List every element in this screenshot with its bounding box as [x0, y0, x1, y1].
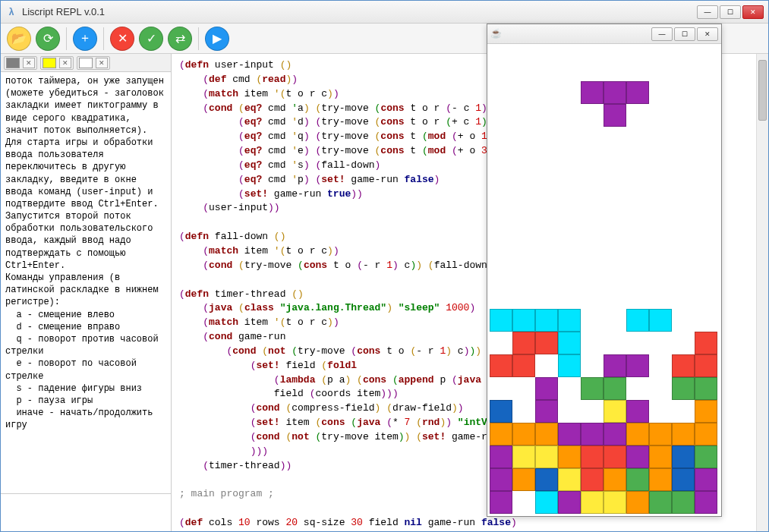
window-title: Liscript REPL v.0.1	[22, 6, 697, 17]
left-tab[interactable]	[77, 56, 110, 70]
tetris-cell	[604, 377, 626, 400]
refresh-button[interactable]: ⟳	[36, 27, 60, 51]
stop-button[interactable]: ✕	[110, 27, 134, 51]
tetris-cell	[535, 400, 558, 423]
tetris-cell	[558, 423, 581, 445]
tetris-cell	[672, 445, 695, 468]
tetris-cell	[535, 491, 558, 514]
tetris-cell	[535, 332, 558, 354]
tetris-cell	[672, 491, 695, 514]
tetris-cell	[604, 491, 626, 514]
tetris-cell	[604, 81, 626, 104]
tetris-cell	[558, 468, 581, 491]
tetris-cell	[626, 400, 649, 423]
add-button[interactable]: ＋	[73, 27, 97, 51]
help-text: поток таймера, он уже запущен (можете уб…	[1, 72, 171, 493]
tetris-cell	[604, 423, 626, 445]
tetris-cell	[535, 377, 558, 400]
tab-swatch-icon	[79, 58, 93, 68]
minimize-button[interactable]	[697, 5, 718, 19]
tetris-cell	[581, 491, 604, 514]
tetris-cell	[626, 354, 649, 377]
tetris-cell	[672, 423, 695, 445]
tetris-cell	[490, 309, 512, 332]
game-window[interactable]: ☕	[487, 24, 722, 517]
tetris-cell	[490, 468, 512, 491]
tetris-cell	[558, 309, 581, 332]
tetris-cell	[695, 332, 717, 354]
tetris-cell	[626, 423, 649, 445]
tetris-cell	[626, 491, 649, 514]
java-icon: ☕	[490, 28, 503, 40]
tetris-cell	[695, 354, 717, 377]
tetris-cell	[626, 445, 649, 468]
game-maximize-button[interactable]	[674, 27, 695, 41]
tetris-cell	[695, 491, 717, 514]
tetris-cell	[512, 468, 535, 491]
tetris-cell	[512, 309, 535, 332]
tetris-cell	[581, 445, 604, 468]
input-area[interactable]	[1, 493, 171, 531]
tab-close-button[interactable]	[59, 58, 71, 68]
tetris-cell	[604, 445, 626, 468]
tetris-cell	[490, 445, 512, 468]
tetris-cell	[604, 354, 626, 377]
tetris-cell	[581, 468, 604, 491]
left-tabbar	[1, 54, 171, 72]
tetris-cell	[649, 309, 672, 332]
tetris-cell	[649, 468, 672, 491]
tetris-cell	[695, 468, 717, 491]
toolbar-separator	[103, 27, 104, 50]
tetris-cell	[626, 81, 649, 104]
tetris-cell	[695, 400, 717, 423]
toolbar-separator	[66, 27, 67, 50]
tetris-cell	[604, 468, 626, 491]
tetris-cell	[512, 445, 535, 468]
game-close-button[interactable]	[697, 27, 718, 41]
left-tab[interactable]	[4, 56, 37, 70]
main-window: λ Liscript REPL v.0.1 📂⟳＋✕✓⇄▶ поток тайм…	[0, 0, 769, 532]
open-button[interactable]: 📂	[7, 27, 31, 51]
tetris-cell	[535, 309, 558, 332]
tetris-cell	[649, 491, 672, 514]
game-minimize-button[interactable]	[651, 27, 673, 41]
tetris-cell	[512, 354, 535, 377]
tetris-cell	[672, 468, 695, 491]
tetris-cell	[626, 309, 649, 332]
tab-swatch-icon	[43, 58, 56, 68]
run-button[interactable]: ▶	[205, 27, 229, 51]
tetris-cell	[672, 377, 695, 400]
tetris-cell	[581, 377, 604, 400]
tetris-cell	[695, 377, 717, 400]
tetris-cell	[535, 468, 558, 491]
tetris-cell	[649, 445, 672, 468]
tetris-cell	[535, 445, 558, 468]
tetris-cell	[490, 491, 512, 514]
maximize-button[interactable]	[720, 5, 741, 19]
tetris-cell	[490, 423, 512, 445]
app-icon: λ	[5, 6, 17, 18]
ok-button[interactable]: ✓	[139, 27, 163, 51]
editor-vscroll[interactable]	[756, 54, 768, 531]
tab-close-button[interactable]	[96, 58, 108, 68]
tetris-cell	[512, 332, 535, 354]
tetris-cell	[558, 354, 581, 377]
tetris-cell	[490, 400, 512, 423]
game-canvas	[487, 44, 721, 516]
close-button[interactable]	[742, 5, 764, 19]
tetris-cell	[672, 354, 695, 377]
left-tab[interactable]	[40, 56, 74, 70]
left-pane: поток таймера, он уже запущен (можете уб…	[1, 54, 172, 531]
tab-close-button[interactable]	[23, 58, 35, 68]
tetris-cell	[695, 423, 717, 445]
tetris-cell	[490, 354, 512, 377]
tetris-cell	[581, 81, 604, 104]
tetris-cell	[512, 423, 535, 445]
game-titlebar[interactable]: ☕	[487, 24, 721, 44]
toolbar-separator	[198, 27, 199, 50]
tetris-cell	[649, 423, 672, 445]
swap-button[interactable]: ⇄	[168, 27, 192, 51]
tetris-cell	[604, 400, 626, 423]
tetris-cell	[695, 445, 717, 468]
titlebar[interactable]: λ Liscript REPL v.0.1	[1, 1, 768, 24]
